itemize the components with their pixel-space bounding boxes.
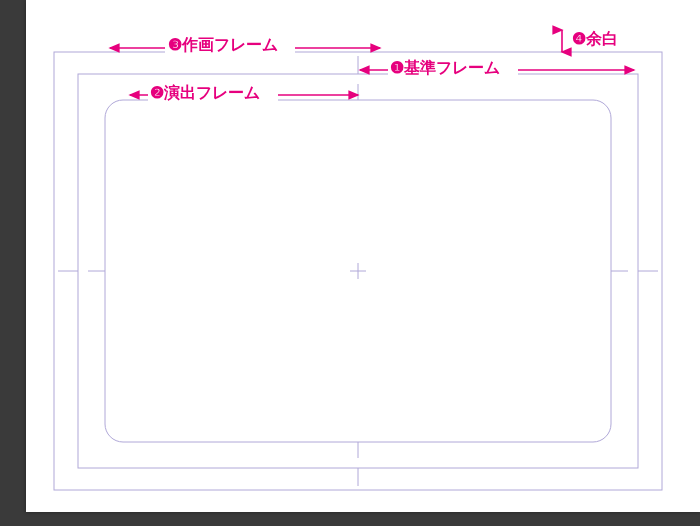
center-cross-icon: [350, 263, 366, 279]
enshutsu-label: ❷演出フレーム: [150, 84, 260, 101]
yohaku-label: ❹余白: [572, 30, 618, 47]
frame-diagram: ❸作画フレーム ❶基準フレーム ❷演出フレーム ❹余白: [0, 0, 700, 526]
yohaku-annotation: ❹余白: [562, 30, 618, 52]
kijun-label: ❶基準フレーム: [390, 59, 500, 76]
sakuga-label: ❸作画フレーム: [168, 36, 278, 53]
kijun-annotation: ❶基準フレーム: [360, 56, 634, 78]
